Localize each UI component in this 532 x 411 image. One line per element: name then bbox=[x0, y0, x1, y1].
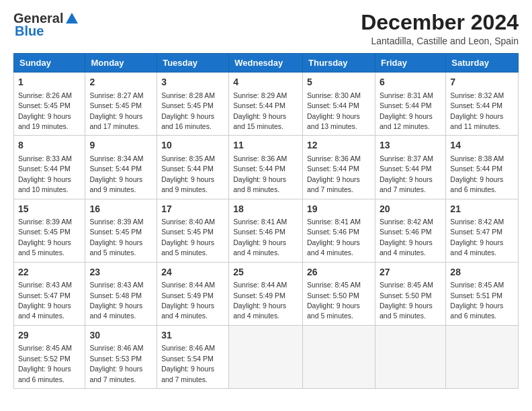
day-info: Sunrise: 8:39 AMSunset: 5:45 PMDaylight:… bbox=[18, 218, 72, 257]
day-number: 29 bbox=[18, 329, 81, 342]
table-row bbox=[229, 325, 303, 388]
table-row bbox=[375, 325, 445, 388]
th-thursday: Thursday bbox=[303, 54, 375, 73]
svg-marker-0 bbox=[66, 13, 78, 24]
table-row: 5 Sunrise: 8:30 AMSunset: 5:44 PMDayligh… bbox=[303, 73, 375, 136]
day-number: 23 bbox=[89, 266, 152, 279]
day-info: Sunrise: 8:45 AMSunset: 5:52 PMDaylight:… bbox=[18, 344, 72, 383]
day-info: Sunrise: 8:43 AMSunset: 5:48 PMDaylight:… bbox=[89, 281, 143, 320]
th-friday: Friday bbox=[375, 54, 445, 73]
day-number: 22 bbox=[18, 266, 81, 279]
day-number: 3 bbox=[161, 76, 224, 89]
th-wednesday: Wednesday bbox=[229, 54, 303, 73]
day-number: 1 bbox=[18, 76, 81, 89]
day-number: 4 bbox=[233, 76, 298, 89]
table-row: 11 Sunrise: 8:36 AMSunset: 5:44 PMDaylig… bbox=[229, 136, 303, 199]
day-info: Sunrise: 8:34 AMSunset: 5:44 PMDaylight:… bbox=[89, 154, 143, 193]
day-info: Sunrise: 8:44 AMSunset: 5:49 PMDaylight:… bbox=[233, 281, 287, 320]
table-row: 4 Sunrise: 8:29 AMSunset: 5:44 PMDayligh… bbox=[229, 73, 303, 136]
title-block: December 2024 Lantadilla, Castille and L… bbox=[361, 11, 519, 46]
table-row: 15 Sunrise: 8:39 AMSunset: 5:45 PMDaylig… bbox=[14, 199, 85, 262]
table-row: 25 Sunrise: 8:44 AMSunset: 5:49 PMDaylig… bbox=[229, 262, 303, 325]
table-row: 23 Sunrise: 8:43 AMSunset: 5:48 PMDaylig… bbox=[85, 262, 157, 325]
day-info: Sunrise: 8:42 AMSunset: 5:47 PMDaylight:… bbox=[450, 218, 504, 257]
table-row: 13 Sunrise: 8:37 AMSunset: 5:44 PMDaylig… bbox=[375, 136, 445, 199]
day-info: Sunrise: 8:36 AMSunset: 5:44 PMDaylight:… bbox=[307, 154, 361, 193]
table-row: 8 Sunrise: 8:33 AMSunset: 5:44 PMDayligh… bbox=[14, 136, 85, 199]
day-info: Sunrise: 8:45 AMSunset: 5:51 PMDaylight:… bbox=[450, 281, 504, 320]
day-info: Sunrise: 8:30 AMSunset: 5:44 PMDaylight:… bbox=[307, 91, 361, 130]
day-info: Sunrise: 8:45 AMSunset: 5:50 PMDaylight:… bbox=[380, 281, 433, 320]
th-tuesday: Tuesday bbox=[157, 54, 229, 73]
calendar-week-row: 22 Sunrise: 8:43 AMSunset: 5:47 PMDaylig… bbox=[14, 262, 519, 325]
day-number: 25 bbox=[233, 266, 298, 279]
day-number: 12 bbox=[307, 139, 371, 152]
location-title: Lantadilla, Castille and Leon, Spain bbox=[361, 36, 519, 46]
table-row: 2 Sunrise: 8:27 AMSunset: 5:45 PMDayligh… bbox=[85, 73, 157, 136]
day-number: 14 bbox=[450, 139, 514, 152]
table-row: 10 Sunrise: 8:35 AMSunset: 5:44 PMDaylig… bbox=[157, 136, 229, 199]
logo: General Blue bbox=[13, 11, 79, 39]
day-number: 2 bbox=[89, 76, 152, 89]
table-row: 16 Sunrise: 8:39 AMSunset: 5:45 PMDaylig… bbox=[85, 199, 157, 262]
logo-icon bbox=[64, 11, 79, 26]
calendar-table: Sunday Monday Tuesday Wednesday Thursday… bbox=[13, 53, 519, 389]
day-number: 19 bbox=[307, 203, 371, 216]
calendar-week-row: 29 Sunrise: 8:45 AMSunset: 5:52 PMDaylig… bbox=[14, 325, 519, 388]
day-info: Sunrise: 8:46 AMSunset: 5:54 PMDaylight:… bbox=[161, 344, 215, 383]
table-row: 22 Sunrise: 8:43 AMSunset: 5:47 PMDaylig… bbox=[14, 262, 85, 325]
table-row: 21 Sunrise: 8:42 AMSunset: 5:47 PMDaylig… bbox=[446, 199, 519, 262]
day-info: Sunrise: 8:37 AMSunset: 5:44 PMDaylight:… bbox=[380, 154, 433, 193]
table-row: 7 Sunrise: 8:32 AMSunset: 5:44 PMDayligh… bbox=[446, 73, 519, 136]
day-number: 6 bbox=[380, 76, 441, 89]
day-number: 24 bbox=[161, 266, 224, 279]
table-row: 20 Sunrise: 8:42 AMSunset: 5:46 PMDaylig… bbox=[375, 199, 445, 262]
day-info: Sunrise: 8:39 AMSunset: 5:45 PMDaylight:… bbox=[89, 218, 143, 257]
day-number: 26 bbox=[307, 266, 371, 279]
table-row: 31 Sunrise: 8:46 AMSunset: 5:54 PMDaylig… bbox=[157, 325, 229, 388]
table-row: 1 Sunrise: 8:26 AMSunset: 5:45 PMDayligh… bbox=[14, 73, 85, 136]
calendar-week-row: 1 Sunrise: 8:26 AMSunset: 5:45 PMDayligh… bbox=[14, 73, 519, 136]
day-number: 8 bbox=[18, 139, 81, 152]
table-row: 26 Sunrise: 8:45 AMSunset: 5:50 PMDaylig… bbox=[303, 262, 375, 325]
table-row: 3 Sunrise: 8:28 AMSunset: 5:45 PMDayligh… bbox=[157, 73, 229, 136]
day-info: Sunrise: 8:41 AMSunset: 5:46 PMDaylight:… bbox=[307, 218, 361, 257]
table-row: 24 Sunrise: 8:44 AMSunset: 5:49 PMDaylig… bbox=[157, 262, 229, 325]
table-row: 12 Sunrise: 8:36 AMSunset: 5:44 PMDaylig… bbox=[303, 136, 375, 199]
logo-blue: Blue bbox=[15, 24, 44, 39]
th-monday: Monday bbox=[85, 54, 157, 73]
table-row: 9 Sunrise: 8:34 AMSunset: 5:44 PMDayligh… bbox=[85, 136, 157, 199]
day-number: 17 bbox=[161, 203, 224, 216]
calendar-week-row: 8 Sunrise: 8:33 AMSunset: 5:44 PMDayligh… bbox=[14, 136, 519, 199]
day-number: 11 bbox=[233, 139, 298, 152]
day-info: Sunrise: 8:33 AMSunset: 5:44 PMDaylight:… bbox=[18, 154, 72, 193]
day-number: 16 bbox=[89, 203, 152, 216]
day-info: Sunrise: 8:32 AMSunset: 5:44 PMDaylight:… bbox=[450, 91, 504, 130]
day-number: 7 bbox=[450, 76, 514, 89]
table-row: 18 Sunrise: 8:41 AMSunset: 5:46 PMDaylig… bbox=[229, 199, 303, 262]
day-info: Sunrise: 8:40 AMSunset: 5:45 PMDaylight:… bbox=[161, 218, 215, 257]
table-row: 17 Sunrise: 8:40 AMSunset: 5:45 PMDaylig… bbox=[157, 199, 229, 262]
day-info: Sunrise: 8:29 AMSunset: 5:44 PMDaylight:… bbox=[233, 91, 287, 130]
day-number: 27 bbox=[380, 266, 441, 279]
day-number: 21 bbox=[450, 203, 514, 216]
day-info: Sunrise: 8:35 AMSunset: 5:44 PMDaylight:… bbox=[161, 154, 215, 193]
table-row: 28 Sunrise: 8:45 AMSunset: 5:51 PMDaylig… bbox=[446, 262, 519, 325]
day-number: 28 bbox=[450, 266, 514, 279]
table-row bbox=[303, 325, 375, 388]
table-row: 14 Sunrise: 8:38 AMSunset: 5:44 PMDaylig… bbox=[446, 136, 519, 199]
day-info: Sunrise: 8:44 AMSunset: 5:49 PMDaylight:… bbox=[161, 281, 215, 320]
th-sunday: Sunday bbox=[14, 54, 85, 73]
day-number: 15 bbox=[18, 203, 81, 216]
day-info: Sunrise: 8:31 AMSunset: 5:44 PMDaylight:… bbox=[380, 91, 433, 130]
table-row: 30 Sunrise: 8:46 AMSunset: 5:53 PMDaylig… bbox=[85, 325, 157, 388]
table-row bbox=[446, 325, 519, 388]
day-info: Sunrise: 8:36 AMSunset: 5:44 PMDaylight:… bbox=[233, 154, 287, 193]
day-info: Sunrise: 8:42 AMSunset: 5:46 PMDaylight:… bbox=[380, 218, 433, 257]
day-info: Sunrise: 8:38 AMSunset: 5:44 PMDaylight:… bbox=[450, 154, 504, 193]
day-info: Sunrise: 8:27 AMSunset: 5:45 PMDaylight:… bbox=[89, 91, 143, 130]
header: General Blue December 2024 Lantadilla, C… bbox=[13, 11, 519, 46]
day-number: 18 bbox=[233, 203, 298, 216]
table-row: 6 Sunrise: 8:31 AMSunset: 5:44 PMDayligh… bbox=[375, 73, 445, 136]
table-row: 27 Sunrise: 8:45 AMSunset: 5:50 PMDaylig… bbox=[375, 262, 445, 325]
